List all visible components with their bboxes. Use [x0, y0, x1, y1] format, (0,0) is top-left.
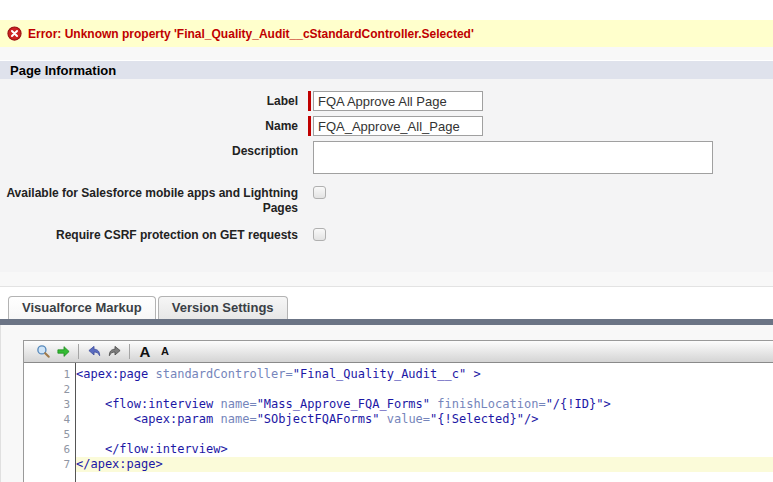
code-line[interactable]: [76, 382, 773, 397]
line-number: 2: [24, 382, 75, 397]
name-input[interactable]: [313, 116, 483, 136]
label-field-label: Label: [0, 91, 308, 111]
undo-icon[interactable]: [84, 343, 104, 361]
tab-version-settings[interactable]: Version Settings: [158, 296, 288, 319]
csrf-checkbox-label: Require CSRF protection on GET requests: [0, 225, 308, 243]
toolbar-separator: [78, 344, 79, 359]
section-title: Page Information: [0, 60, 773, 79]
toolbar-separator: [129, 344, 130, 359]
page-top-section: Error: Unknown property 'Final_Quality_A…: [0, 20, 773, 287]
error-bar: Error: Unknown property 'Final_Quality_A…: [0, 20, 773, 47]
line-number: 1: [24, 367, 75, 382]
description-textarea[interactable]: [313, 141, 713, 174]
mobile-checkbox[interactable]: [313, 186, 326, 199]
form-row-name: Name: [0, 116, 773, 136]
code-line[interactable]: <flow:interview name="Mass_Approve_FQA_F…: [76, 397, 773, 412]
editor-toolbar: A A: [24, 341, 773, 363]
code-line[interactable]: </apex:page>: [76, 457, 773, 472]
page-information-form: Label Name Description: [0, 79, 773, 272]
tab-visualforce-markup[interactable]: Visualforce Markup: [8, 296, 156, 319]
line-number: 4: [24, 412, 75, 427]
line-number-gutter: 1234567: [24, 363, 76, 482]
name-field-label: Name: [0, 116, 308, 136]
form-row-label: Label: [0, 91, 773, 111]
goto-line-icon[interactable]: [53, 343, 73, 361]
code-line[interactable]: <apex:param name="SObjectFQAForms" value…: [76, 412, 773, 427]
page-information-section: Page Information Label Name Description: [0, 60, 773, 272]
font-decrease-icon[interactable]: A: [155, 343, 175, 361]
search-icon[interactable]: [33, 343, 53, 361]
line-number: 3: [24, 397, 75, 412]
code-area[interactable]: 1234567 <apex:page standardController="F…: [24, 363, 773, 482]
tab-content-area: A A 1234567 <apex:page standardControlle…: [0, 325, 773, 482]
label-input[interactable]: [313, 91, 483, 111]
line-number: 7: [24, 457, 75, 472]
line-number: 6: [24, 442, 75, 457]
form-row-description: Description: [0, 141, 773, 174]
csrf-checkbox[interactable]: [313, 228, 326, 241]
redo-icon[interactable]: [104, 343, 124, 361]
line-number: 5: [24, 427, 75, 442]
code-lines[interactable]: <apex:page standardController="Final_Qua…: [76, 363, 773, 482]
form-row-mobile-checkbox: Available for Salesforce mobile apps and…: [0, 183, 773, 216]
form-row-csrf-checkbox: Require CSRF protection on GET requests: [0, 225, 773, 243]
editor-tabs: Visualforce Markup Version Settings: [0, 287, 773, 319]
mobile-checkbox-label: Available for Salesforce mobile apps and…: [0, 183, 308, 216]
font-increase-icon[interactable]: A: [135, 343, 155, 361]
code-line[interactable]: [76, 427, 773, 442]
description-field-label: Description: [0, 141, 308, 174]
required-indicator: [308, 91, 311, 111]
error-icon: [7, 26, 22, 41]
error-message: Error: Unknown property 'Final_Quality_A…: [28, 27, 474, 41]
code-line[interactable]: </flow:interview>: [76, 442, 773, 457]
code-editor: A A 1234567 <apex:page standardControlle…: [23, 340, 773, 482]
code-line[interactable]: <apex:page standardController="Final_Qua…: [76, 367, 773, 382]
required-indicator: [308, 116, 311, 136]
